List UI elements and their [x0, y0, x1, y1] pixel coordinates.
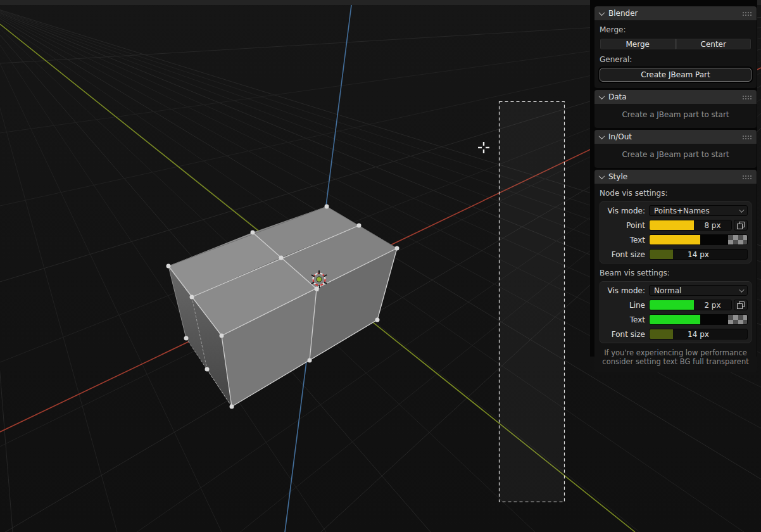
mesh-vertex[interactable]	[325, 205, 329, 209]
point-copy-button[interactable]	[734, 220, 748, 231]
point-color-swatch[interactable]	[650, 220, 694, 230]
node-font-size-label: Font size	[603, 250, 645, 259]
chevron-down-icon	[739, 287, 744, 292]
mesh-vertex[interactable]	[395, 246, 399, 251]
mesh-vertex[interactable]	[190, 295, 194, 300]
point-label: Point	[603, 221, 645, 230]
mesh-vertex[interactable]	[308, 358, 312, 363]
section-title: Blender	[608, 9, 638, 18]
section-data-header[interactable]: Data	[594, 90, 757, 104]
selection-region-dashed	[500, 102, 565, 502]
section-blender-body: Merge: Merge Center General: Create JBea…	[594, 20, 757, 88]
mesh-vertex[interactable]	[167, 264, 171, 269]
node-text-color-group	[649, 234, 748, 245]
node-text-label: Text	[603, 236, 645, 244]
center-button[interactable]: Center	[676, 39, 752, 49]
mesh-vertex[interactable]	[220, 334, 224, 338]
vis-mode-label: Vis mode:	[603, 206, 645, 215]
line-copy-button[interactable]	[734, 300, 748, 310]
beam-text-color-swatch[interactable]	[650, 315, 700, 324]
chevron-down-icon	[739, 207, 744, 212]
section-data: Data Create a JBeam part to start	[594, 90, 757, 128]
line-color-width-group: 2 px	[649, 300, 732, 310]
section-inout-header[interactable]: In/Out	[594, 130, 757, 144]
section-title: In/Out	[608, 132, 632, 141]
section-inout-body: Create a JBeam part to start	[594, 144, 757, 168]
section-blender-header[interactable]: Blender	[594, 6, 757, 20]
vis-mode-label: Vis mode:	[603, 286, 645, 295]
grid-line	[0, 1, 117, 532]
node-font-size-value: 14 px	[650, 250, 747, 259]
merge-button-group: Merge Center	[600, 38, 752, 50]
merge-button[interactable]: Merge	[600, 39, 676, 49]
node-text-color-swatch[interactable]	[650, 235, 700, 244]
chevron-down-icon	[599, 93, 605, 99]
point-color-size-group: 8 px	[649, 220, 732, 231]
point-size-field[interactable]: 8 px	[694, 220, 731, 230]
grip-icon[interactable]	[742, 95, 752, 99]
beam-vis-mode-value: Normal	[654, 286, 681, 295]
mesh-vertex[interactable]	[205, 367, 210, 372]
mesh-vertex[interactable]	[375, 318, 380, 322]
node-text-alpha-checker[interactable]	[728, 235, 747, 244]
grip-icon[interactable]	[742, 135, 752, 139]
mesh-vertex[interactable]	[184, 336, 189, 341]
grip-icon[interactable]	[742, 11, 752, 16]
node-vis-settings-label: Node vis settings:	[600, 189, 752, 198]
beam-text-color-group	[649, 314, 748, 325]
beam-vis-settings-label: Beam vis settings:	[600, 269, 752, 277]
beam-vis-mode-dropdown[interactable]: Normal	[649, 285, 748, 296]
section-inout: In/Out Create a JBeam part to start	[594, 130, 757, 168]
create-jbeam-part-button[interactable]: Create JBeam Part	[600, 68, 752, 82]
chevron-down-icon	[599, 10, 605, 16]
chevron-down-icon	[599, 173, 605, 179]
chevron-down-icon	[599, 133, 605, 139]
grip-icon[interactable]	[742, 175, 752, 179]
section-style-header[interactable]: Style	[594, 170, 757, 184]
node-font-size-slider[interactable]: 14 px	[649, 249, 748, 260]
merge-label: Merge:	[600, 25, 752, 34]
section-title: Style	[608, 172, 627, 181]
general-label: General:	[600, 55, 752, 64]
beam-font-size-slider[interactable]: 14 px	[649, 329, 748, 339]
section-style-body: Node vis settings: Vis mode: Points+Name…	[594, 184, 757, 372]
mesh-vertex[interactable]	[230, 405, 234, 409]
line-width-field[interactable]: 2 px	[694, 300, 731, 310]
performance-hint: If you're experiencing low performance c…	[600, 348, 752, 366]
mesh-vertex[interactable]	[357, 224, 362, 228]
beam-font-size-label: Font size	[603, 330, 645, 339]
mesh-vertex[interactable]	[279, 256, 284, 260]
node-text-alpha-dark[interactable]	[700, 235, 728, 244]
line-label: Line	[603, 301, 645, 310]
blender-window: Blender Merge: Merge Center General: Cre…	[0, 0, 761, 532]
line-color-swatch[interactable]	[650, 300, 694, 310]
beam-vis-group: Vis mode: Normal Line	[600, 281, 752, 343]
node-vis-mode-dropdown[interactable]: Points+Names	[649, 205, 748, 216]
beam-text-label: Text	[603, 315, 645, 324]
copy-icon	[737, 222, 745, 229]
data-empty-text: Create a JBeam part to start	[600, 109, 752, 122]
inout-empty-text: Create a JBeam part to start	[600, 149, 752, 162]
beam-text-alpha-checker[interactable]	[728, 315, 747, 324]
cursor3d-center	[317, 277, 322, 282]
node-vis-group: Vis mode: Points+Names Point	[600, 201, 752, 263]
section-blender: Blender Merge: Merge Center General: Cre…	[594, 6, 757, 88]
section-style: Style Node vis settings: Vis mode: Point…	[594, 170, 757, 372]
mesh-vertex[interactable]	[251, 231, 255, 235]
grid-line	[0, 1, 13, 532]
node-vis-mode-value: Points+Names	[654, 206, 710, 215]
beam-font-size-value: 14 px	[650, 329, 747, 339]
section-title: Data	[608, 92, 627, 101]
section-data-body: Create a JBeam part to start	[594, 104, 757, 128]
sidebar-panel: Blender Merge: Merge Center General: Cre…	[590, 0, 757, 357]
cursor3d-stub	[318, 286, 318, 291]
copy-icon	[737, 301, 745, 309]
beam-text-alpha-dark[interactable]	[700, 315, 728, 324]
